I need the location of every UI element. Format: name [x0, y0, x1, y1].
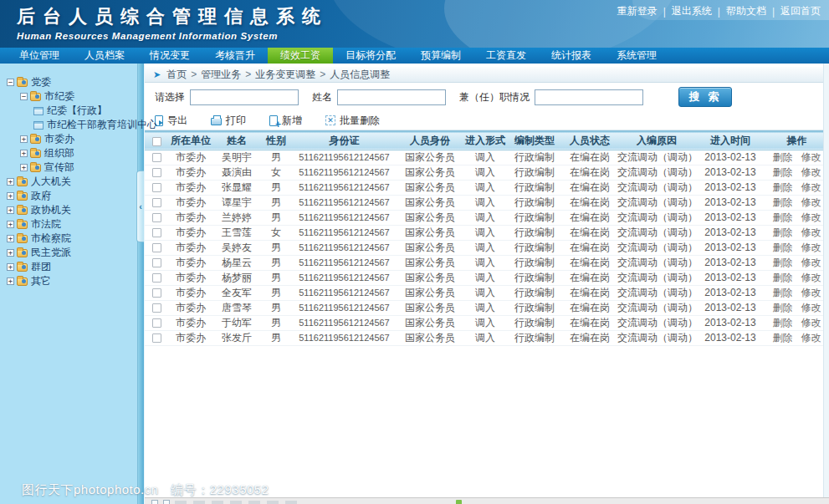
select-all-checkbox[interactable]	[152, 137, 161, 146]
delete-link[interactable]: 删除	[773, 242, 793, 253]
edit-link[interactable]: 修改	[801, 257, 821, 268]
edit-link[interactable]: 修改	[801, 242, 821, 253]
row-checkbox[interactable]	[152, 243, 161, 252]
cell-identity: 国家公务员	[397, 300, 463, 315]
row-checkbox[interactable]	[152, 333, 161, 343]
top-link[interactable]: 返回首页	[780, 4, 821, 18]
edit-link[interactable]: 修改	[801, 287, 821, 298]
scrollbar-track[interactable]	[823, 64, 829, 497]
row-checkbox[interactable]	[152, 303, 161, 313]
delete-link[interactable]: 删除	[773, 181, 793, 193]
tree-item[interactable]: +民主党派	[7, 246, 144, 260]
toolbar-batch-delete-button[interactable]: ✕批量删除	[325, 114, 380, 128]
delete-link[interactable]: 删除	[773, 151, 793, 163]
edit-link[interactable]: 修改	[801, 196, 821, 208]
breadcrumb-item[interactable]: 管理业务	[201, 69, 241, 80]
row-checkbox[interactable]	[152, 228, 161, 237]
delete-link[interactable]: 删除	[773, 211, 793, 223]
row-checkbox[interactable]	[152, 213, 161, 222]
delete-link[interactable]: 删除	[773, 317, 793, 328]
row-checkbox[interactable]	[152, 258, 161, 267]
edit-link[interactable]: 修改	[801, 181, 821, 193]
nav-item[interactable]: 统计报表	[539, 48, 604, 64]
nav-item[interactable]: 单位管理	[7, 48, 72, 64]
edit-link[interactable]: 修改	[801, 302, 821, 313]
expand-toggle-icon[interactable]: +	[20, 150, 28, 157]
tree-item[interactable]: +市委办	[7, 132, 144, 146]
expand-toggle-icon[interactable]: +	[7, 221, 14, 228]
breadcrumb-item[interactable]: 业务变更调整	[255, 69, 315, 80]
tree-item[interactable]: +宣传部	[7, 160, 144, 175]
row-checkbox[interactable]	[152, 153, 161, 162]
tree-item[interactable]: −党委	[7, 75, 144, 89]
tree-item[interactable]: +政协机关	[7, 203, 144, 217]
breadcrumb-item[interactable]: 人员信息调整	[330, 69, 390, 80]
tree-item[interactable]: +其它	[7, 274, 144, 288]
delete-link[interactable]: 删除	[773, 302, 793, 313]
row-checkbox[interactable]	[152, 198, 161, 207]
collapse-toggle-icon[interactable]: −	[20, 93, 28, 100]
pager-control[interactable]	[151, 500, 158, 504]
sidebar-collapse-handle[interactable]: ‹	[136, 171, 144, 242]
nav-item[interactable]: 系统管理	[604, 48, 669, 64]
top-link[interactable]: 帮助文档	[726, 4, 766, 18]
select-filter-input[interactable]	[190, 89, 299, 105]
nav-item[interactable]: 预算编制	[408, 48, 473, 64]
search-button[interactable]: 搜 索	[678, 87, 732, 107]
expand-toggle-icon[interactable]: +	[7, 263, 14, 271]
nav-item[interactable]: 工资直发	[473, 48, 539, 64]
expand-toggle-icon[interactable]: +	[7, 249, 14, 257]
top-link[interactable]: 退出系统	[672, 4, 712, 18]
delete-link[interactable]: 删除	[773, 257, 793, 268]
tree-item[interactable]: +政府	[7, 189, 144, 203]
expand-toggle-icon[interactable]: +	[7, 178, 14, 186]
delete-link[interactable]: 删除	[773, 287, 793, 298]
row-checkbox[interactable]	[152, 318, 161, 328]
tree-item[interactable]: 纪委【行政】	[7, 104, 144, 118]
edit-link[interactable]: 修改	[801, 211, 821, 223]
expand-toggle-icon[interactable]: +	[7, 192, 14, 200]
toolbar-print-button[interactable]: 打印	[211, 114, 246, 128]
nav-item-active[interactable]: 绩效工资	[268, 48, 333, 64]
nav-item[interactable]: 人员档案	[72, 48, 137, 64]
edit-link[interactable]: 修改	[801, 166, 821, 178]
tree-item[interactable]: +市检察院	[7, 232, 144, 246]
tree-item[interactable]: −市纪委	[7, 89, 144, 104]
toolbar-export-button[interactable]: 导出	[155, 114, 187, 128]
pagination-bar[interactable]	[145, 497, 829, 504]
delete-link[interactable]: 删除	[773, 196, 793, 208]
nav-item[interactable]: 目标将分配	[333, 48, 408, 64]
edit-link[interactable]: 修改	[801, 151, 821, 163]
row-checkbox[interactable]	[152, 288, 161, 298]
delete-link[interactable]: 删除	[773, 166, 793, 178]
expand-toggle-icon[interactable]: +	[20, 135, 28, 143]
concurrent-post-filter-input[interactable]	[535, 89, 643, 105]
expand-toggle-icon[interactable]: +	[20, 164, 28, 171]
row-checkbox[interactable]	[152, 168, 161, 177]
edit-link[interactable]: 修改	[801, 272, 821, 283]
nav-item[interactable]: 考核晋升	[202, 48, 268, 64]
breadcrumb-item[interactable]: 首页	[166, 69, 187, 80]
tree-item[interactable]: +人大机关	[7, 175, 144, 189]
toolbar-add-button[interactable]: 新增	[269, 114, 302, 128]
edit-link[interactable]: 修改	[801, 317, 821, 328]
delete-link[interactable]: 删除	[773, 332, 793, 344]
expand-toggle-icon[interactable]: +	[7, 277, 14, 285]
expand-toggle-icon[interactable]: +	[7, 235, 14, 242]
row-checkbox[interactable]	[152, 183, 161, 192]
row-checkbox[interactable]	[152, 273, 161, 283]
top-link[interactable]: 重新登录	[617, 4, 658, 18]
tree-item[interactable]: +群团	[7, 260, 144, 274]
expand-toggle-icon[interactable]: +	[7, 206, 14, 214]
name-filter-input[interactable]	[337, 89, 446, 105]
pager-control[interactable]	[163, 500, 170, 504]
collapse-toggle-icon[interactable]: −	[7, 79, 14, 86]
tree-item[interactable]: +组织部	[7, 146, 144, 160]
tree-item[interactable]: +市法院	[7, 217, 144, 232]
tree-item[interactable]: 市纪检干部教育培训中心	[7, 118, 144, 132]
edit-link[interactable]: 修改	[801, 227, 821, 238]
edit-link[interactable]: 修改	[801, 332, 821, 344]
delete-link[interactable]: 删除	[773, 227, 793, 238]
nav-item[interactable]: 情况变更	[137, 48, 202, 64]
delete-link[interactable]: 删除	[773, 272, 793, 283]
